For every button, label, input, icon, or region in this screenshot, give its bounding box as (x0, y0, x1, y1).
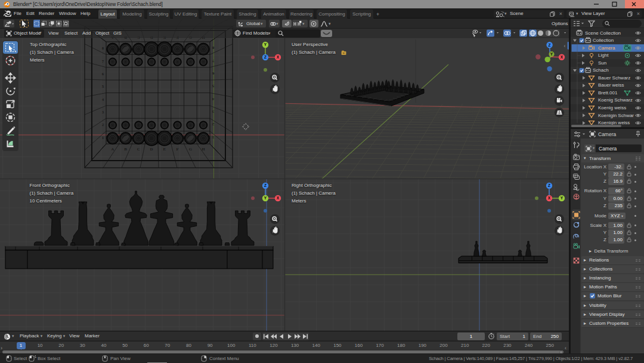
svg-text:3: 3 (212, 109, 214, 114)
svg-text:B: B (124, 147, 127, 152)
svg-text:D: D (150, 147, 153, 152)
svg-text:1: 1 (102, 136, 104, 140)
svg-text:6: 6 (212, 71, 214, 76)
svg-text:H: H (202, 147, 205, 152)
svg-text:Y: Y (264, 42, 267, 47)
svg-text:Y: Y (550, 52, 553, 56)
svg-text:7: 7 (102, 59, 104, 64)
svg-text:5: 5 (102, 84, 104, 89)
svg-text:4: 4 (102, 97, 104, 102)
svg-text:G: G (189, 147, 193, 152)
svg-text:2: 2 (102, 122, 104, 127)
svg-text:‹: ‹ (564, 43, 566, 49)
svg-text:4: 4 (212, 97, 214, 101)
svg-text:Z: Z (264, 55, 267, 59)
svg-text:2: 2 (212, 122, 214, 127)
svg-text:X: X (277, 196, 280, 200)
svg-text:1: 1 (212, 135, 214, 140)
svg-text:Y: Y (561, 196, 564, 200)
svg-text:C: C (137, 147, 140, 152)
svg-text:3: 3 (102, 110, 104, 115)
svg-text:X: X (561, 55, 564, 59)
svg-text:7: 7 (212, 59, 214, 63)
svg-text:Z: Z (548, 183, 550, 187)
svg-text:X: X (277, 55, 280, 59)
svg-text:Z: Z (264, 183, 267, 187)
svg-text:A: A (111, 147, 114, 152)
svg-text:E: E (163, 147, 166, 152)
svg-text:Y: Y (264, 196, 267, 200)
svg-text:X: X (548, 196, 551, 200)
svg-text:Z: Z (549, 43, 551, 47)
svg-text:8: 8 (212, 45, 214, 50)
svg-text:6: 6 (102, 72, 104, 76)
svg-text:5: 5 (212, 84, 214, 88)
svg-text:F: F (176, 147, 178, 152)
svg-text:8: 8 (102, 46, 104, 51)
